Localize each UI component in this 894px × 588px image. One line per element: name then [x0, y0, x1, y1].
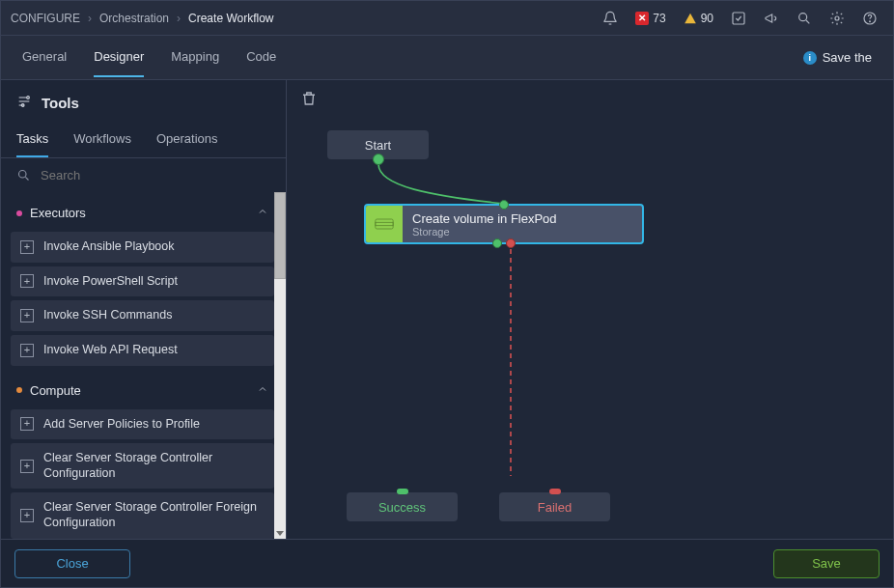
category-header[interactable]: Executors: [11, 198, 274, 228]
svg-point-2: [835, 16, 839, 20]
tab-code[interactable]: Code: [246, 38, 276, 77]
task-item-label: Invoke PowerShell Script: [43, 274, 178, 290]
tools-search[interactable]: [1, 158, 286, 192]
megaphone-icon[interactable]: [764, 11, 779, 26]
chevron-up-icon: [257, 383, 268, 398]
chevron-right-icon: ›: [177, 12, 181, 25]
footer: Close Save: [1, 539, 893, 587]
tools-tab-tasks[interactable]: Tasks: [16, 122, 48, 157]
search-icon[interactable]: [796, 11, 812, 26]
svg-point-5: [27, 97, 30, 99]
plus-icon: +: [20, 309, 34, 322]
task-item-label: Invoke Web API Request: [43, 343, 178, 358]
breadcrumb-root[interactable]: CONFIGURE: [11, 12, 80, 25]
plus-icon: +: [20, 274, 34, 288]
node-start[interactable]: Start: [327, 130, 429, 159]
plus-icon: +: [20, 344, 34, 357]
task-item[interactable]: +Invoke Ansible Playbook: [11, 232, 274, 263]
checklist-icon[interactable]: [731, 11, 746, 26]
gear-icon[interactable]: [829, 11, 845, 26]
top-bar: CONFIGURE › Orchestration › Create Workf…: [1, 1, 893, 36]
storage-icon: [366, 206, 403, 242]
trash-icon[interactable]: [300, 96, 318, 110]
help-icon[interactable]: [862, 11, 878, 26]
tools-tab-workflows[interactable]: Workflows: [73, 122, 131, 157]
warning-icon: [684, 12, 697, 25]
task-item[interactable]: +Invoke PowerShell Script: [11, 266, 274, 297]
node-task-title: Create volume in FlexPod: [412, 211, 557, 226]
tools-tab-operations[interactable]: Operations: [156, 122, 218, 157]
save-button[interactable]: Save: [773, 549, 880, 578]
node-end-failed-label: Failed: [538, 500, 572, 515]
task-item[interactable]: +Invoke SSH Commands: [11, 300, 274, 331]
plus-icon: +: [20, 417, 34, 431]
node-task-subtitle: Storage: [412, 226, 557, 238]
alerts-warning[interactable]: 90: [684, 12, 713, 25]
tools-search-input[interactable]: [41, 168, 270, 182]
node-end-success-label: Success: [378, 500, 426, 515]
tab-mapping[interactable]: Mapping: [171, 38, 219, 77]
tab-designer[interactable]: Designer: [94, 38, 144, 77]
node-start-label: Start: [365, 138, 391, 153]
bell-icon[interactable]: [602, 11, 618, 26]
tools-panel: Tools Tasks Workflows Operations Executo…: [1, 80, 287, 539]
breadcrumb-mid[interactable]: Orchestration: [99, 12, 169, 25]
task-item-label: Add Server Policies to Profile: [43, 417, 200, 433]
svg-point-7: [19, 171, 27, 179]
category-dot-icon: [16, 210, 22, 216]
breadcrumb-current: Create Workflow: [188, 12, 273, 25]
port-out-success[interactable]: [492, 238, 502, 248]
x-icon: ✕: [635, 12, 649, 25]
tools-title: Tools: [42, 95, 79, 111]
category-header[interactable]: Compute: [11, 376, 274, 406]
designer-canvas[interactable]: Start Create volume in FlexPod Storage S…: [287, 80, 893, 539]
task-item-label: Clear Server Storage Controller Foreign …: [43, 500, 265, 530]
plus-icon: +: [20, 509, 34, 522]
task-item[interactable]: +Clear Server Storage Controller Foreign…: [11, 492, 274, 538]
svg-rect-8: [376, 219, 393, 229]
task-item[interactable]: +Clear Server Storage Controller Configu…: [11, 443, 274, 489]
close-button[interactable]: Close: [14, 549, 130, 578]
save-hint: i Save the: [803, 50, 872, 65]
category-dot-icon: [16, 387, 22, 393]
task-item-label: Invoke Ansible Playbook: [43, 239, 175, 255]
chevron-right-icon: ›: [88, 12, 92, 25]
port-in[interactable]: [499, 200, 509, 210]
info-icon: i: [803, 51, 817, 65]
alerts-critical-count: 73: [653, 12, 665, 25]
category-name: Executors: [30, 206, 86, 220]
task-item-label: Clear Server Storage Controller Configur…: [43, 451, 265, 481]
node-end-failed[interactable]: Failed: [499, 492, 610, 521]
plus-icon: +: [20, 240, 34, 254]
plus-icon: +: [20, 460, 34, 473]
page-tabs: General Designer Mapping Code i Save the: [1, 36, 893, 80]
svg-rect-0: [733, 13, 744, 24]
tab-general[interactable]: General: [22, 38, 67, 77]
alerts-critical[interactable]: ✕ 73: [635, 12, 665, 25]
breadcrumb: CONFIGURE › Orchestration › Create Workf…: [11, 12, 274, 25]
task-item-label: Invoke SSH Commands: [43, 308, 172, 323]
sliders-icon: [16, 94, 32, 112]
node-task-create-volume[interactable]: Create volume in FlexPod Storage: [364, 204, 644, 244]
node-end-success[interactable]: Success: [347, 492, 458, 521]
search-icon: [16, 168, 31, 182]
alerts-warning-count: 90: [701, 12, 713, 25]
svg-point-4: [870, 20, 871, 21]
chevron-up-icon: [257, 206, 268, 220]
svg-point-1: [799, 13, 807, 20]
port-out-failed[interactable]: [506, 238, 516, 248]
svg-rect-9: [376, 222, 393, 225]
task-item[interactable]: +Add Server Policies to Profile: [11, 409, 274, 440]
task-item[interactable]: +Invoke Web API Request: [11, 335, 274, 366]
category-name: Compute: [30, 383, 81, 398]
